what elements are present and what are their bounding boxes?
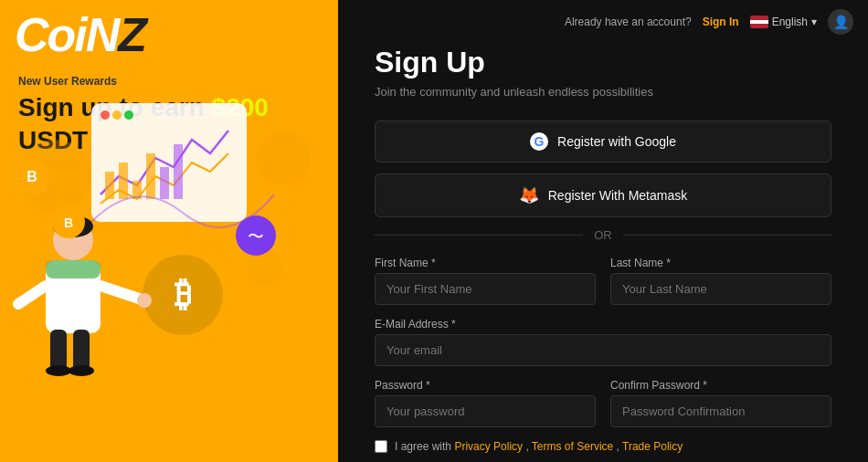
svg-point-21 [137,293,152,308]
left-panel: CoiNZ New User Rewards Sign up to earn $… [0,0,338,462]
agree-checkbox[interactable] [375,440,387,453]
svg-text:〜: 〜 [248,227,264,246]
confirm-password-label: Confirm Password * [610,379,831,392]
svg-rect-11 [146,153,155,199]
form-container: Sign Up Join the community and unleash e… [338,0,868,462]
confirm-password-group: Confirm Password * [610,379,831,427]
password-input[interactable] [375,395,596,427]
lang-label: English [772,16,808,28]
comma2: , [613,440,619,453]
svg-text:B: B [64,215,73,230]
svg-rect-13 [174,144,183,199]
svg-point-26 [69,365,94,376]
illustration: ₿ B B 〜 [0,0,338,462]
or-text: OR [594,228,612,242]
google-btn-label: Register with Google [557,134,676,149]
svg-point-6 [112,110,122,120]
svg-point-5 [101,110,110,120]
terms-link[interactable]: Terms of Service [532,440,613,453]
svg-rect-8 [105,172,114,199]
email-label: E-Mail Address * [375,318,831,331]
user-avatar[interactable]: 👤 [828,9,853,35]
email-row: E-Mail Address * [375,318,831,366]
password-group: Password * [375,379,596,427]
email-input[interactable] [375,334,831,366]
first-name-label: First Name * [375,257,596,269]
svg-rect-9 [119,163,128,199]
svg-point-7 [124,110,133,120]
svg-text:B: B [26,169,37,184]
or-divider: OR [375,228,831,242]
top-bar: Already have an account? Sign In English… [338,0,868,44]
svg-rect-12 [160,167,169,199]
password-row: Password * Confirm Password * [375,379,831,427]
flag-icon [750,16,768,28]
trade-link[interactable]: Trade Policy [622,440,683,453]
email-group: E-Mail Address * [375,318,831,366]
svg-line-22 [18,286,46,304]
last-name-label: Last Name * [610,257,831,269]
metamask-icon: 🦊 [519,185,539,205]
confirm-password-input[interactable] [610,395,831,427]
password-label: Password * [375,379,596,392]
last-name-input[interactable] [610,273,831,305]
or-line-right [623,235,831,236]
last-name-group: Last Name * [610,257,831,305]
agree-prefix: I agree with [395,440,454,453]
agree-text: I agree with Privacy Policy , Terms of S… [395,440,683,453]
comma1: , [523,440,529,453]
svg-rect-27 [46,260,101,278]
metamask-register-button[interactable]: 🦊 Register With Metamask [375,173,831,217]
form-subtitle: Join the community and unleash endless p… [375,85,831,99]
google-icon: G [530,132,548,151]
chevron-down-icon: ▾ [811,16,817,28]
google-register-button[interactable]: G Register with Google [375,121,831,163]
metamask-btn-label: Register With Metamask [548,188,687,203]
or-line-left [375,235,583,236]
name-row: First Name * Last Name * [375,257,831,305]
language-selector[interactable]: English ▾ [750,16,817,28]
existing-account-text: Already have an account? [565,16,692,28]
first-name-group: First Name * [375,257,596,305]
svg-line-20 [101,286,142,299]
svg-rect-23 [50,330,67,371]
privacy-policy-link[interactable]: Privacy Policy [454,440,523,453]
form-title: Sign Up [375,46,831,79]
first-name-input[interactable] [375,273,596,305]
svg-rect-24 [73,330,90,371]
svg-point-1 [256,131,311,185]
svg-text:₿: ₿ [175,275,192,313]
right-panel: Already have an account? Sign In English… [338,0,868,462]
sign-in-link[interactable]: Sign In [703,16,739,28]
svg-point-25 [46,365,71,376]
terms-row: I agree with Privacy Policy , Terms of S… [375,440,831,453]
